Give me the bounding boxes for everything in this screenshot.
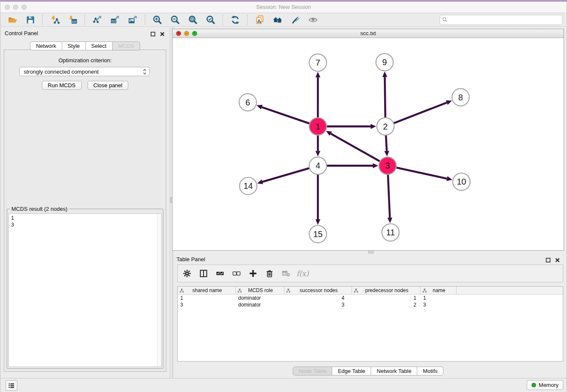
network-canvas[interactable]: 1234678910111415	[173, 38, 564, 250]
edge-1-6[interactable]	[256, 105, 310, 124]
table-header-row: shared nameMCDS rolesuccessor nodesprede…	[178, 287, 563, 295]
titlebar: Session: New Session	[0, 2, 567, 13]
run-mcds-button[interactable]: Run MCDS	[42, 81, 82, 90]
edge-1-2[interactable]	[326, 124, 376, 129]
tab-edge-table[interactable]: Edge Table	[332, 367, 371, 375]
column-header-name[interactable]: name	[421, 287, 457, 294]
open-file-button[interactable]	[4, 14, 22, 26]
graph-node-3[interactable]: 3	[379, 157, 396, 174]
zoom-out-button[interactable]	[166, 14, 184, 26]
edge-1-4[interactable]	[315, 135, 320, 156]
import-network-button[interactable]	[46, 14, 64, 26]
graph-node-7[interactable]: 7	[309, 54, 327, 71]
show-columns-button[interactable]	[198, 268, 209, 279]
edge-3-10[interactable]	[396, 168, 452, 181]
import-table-button[interactable]	[64, 14, 82, 26]
refresh-button[interactable]	[226, 14, 244, 26]
export-network-button[interactable]	[88, 14, 106, 26]
toolbar-separator	[145, 15, 146, 25]
cell: 4	[284, 295, 352, 301]
toggle-details-button[interactable]	[304, 14, 322, 26]
column-header-successor-nodes[interactable]: successor nodes	[284, 287, 352, 294]
edge-3-1[interactable]	[326, 131, 380, 161]
table-row[interactable]: 3dominator323	[178, 301, 563, 308]
float-panel-icon[interactable]	[151, 32, 155, 36]
graph-node-9[interactable]: 9	[376, 53, 393, 71]
graph-node-8[interactable]: 8	[452, 88, 469, 106]
column-header-mcds-role[interactable]: MCDS role	[236, 287, 284, 294]
mcds-result-textarea[interactable]: 13	[8, 213, 162, 367]
function-builder-button[interactable]: f(x)	[297, 268, 308, 279]
graph-node-6[interactable]: 6	[239, 94, 256, 111]
delete-column-button[interactable]	[264, 268, 275, 279]
edge-2-9[interactable]	[383, 72, 388, 118]
optimization-criterion-select[interactable]: strongly connected component	[19, 67, 150, 76]
selected-option: strongly connected component	[24, 69, 99, 75]
close-panel-button[interactable]: Close panel	[88, 81, 129, 90]
edge-2-3[interactable]	[384, 135, 389, 156]
graph-node-4[interactable]: 4	[309, 157, 327, 174]
tab-style[interactable]: Style	[62, 41, 86, 50]
edge-1-7[interactable]	[315, 72, 320, 118]
minimize-network-icon[interactable]	[184, 31, 189, 36]
control-panel-tabs: NetworkStyleSelectMCDS	[0, 41, 170, 50]
search-input[interactable]	[449, 16, 560, 24]
tab-motifs[interactable]: Motifs	[417, 367, 443, 375]
delete-table-button[interactable]	[281, 268, 291, 279]
maximize-network-icon[interactable]	[192, 31, 197, 36]
tab-node-table[interactable]: Node Table	[293, 367, 333, 375]
zoom-window-icon[interactable]	[22, 5, 27, 10]
memory-button[interactable]: Memory	[527, 380, 563, 390]
attribute-icon	[422, 288, 427, 293]
tab-mcds[interactable]: MCDS	[113, 41, 140, 50]
minimize-window-icon[interactable]	[13, 5, 18, 10]
table-settings-button[interactable]	[182, 268, 192, 279]
task-history-button[interactable]	[6, 380, 17, 391]
control-panel-controls	[151, 32, 165, 36]
graph-node-14[interactable]: 14	[239, 177, 257, 195]
close-network-icon[interactable]	[176, 31, 181, 36]
table-panel: Table Panel f(x) sh	[172, 253, 567, 378]
save-session-button[interactable]	[22, 14, 39, 26]
zoom-fit-button[interactable]	[184, 14, 202, 26]
export-table-icon	[110, 15, 120, 25]
mcds-result-group: MCDS result (2 nodes) 13	[7, 209, 163, 369]
table-row[interactable]: 1dominator411	[178, 295, 563, 301]
export-table-button[interactable]	[106, 14, 124, 26]
graph-node-1[interactable]: 1	[309, 118, 327, 135]
tab-network-table[interactable]: Network Table	[371, 367, 417, 375]
tab-network[interactable]: Network	[30, 41, 62, 50]
float-panel-icon[interactable]	[546, 258, 550, 262]
main-area: Control Panel NetworkStyleSelectMCDS Opt…	[0, 26, 567, 378]
graph-node-10[interactable]: 10	[453, 173, 470, 190]
close-panel-icon[interactable]	[555, 258, 560, 262]
cell: 3	[178, 302, 236, 308]
edge-4-15[interactable]	[315, 174, 320, 225]
select-stepper-icon	[143, 69, 147, 77]
first-neighbors-button[interactable]	[269, 14, 286, 26]
node-label: 8	[458, 93, 463, 102]
close-panel-icon[interactable]	[160, 32, 165, 36]
edge-3-11[interactable]	[388, 174, 393, 223]
control-panel-title: Control Panel	[5, 30, 38, 36]
graph-node-11[interactable]: 11	[382, 224, 399, 241]
zoom-in-button[interactable]	[149, 14, 166, 26]
close-window-icon[interactable]	[5, 5, 10, 10]
optimization-criterion-label: Optimization criterion:	[4, 57, 166, 63]
edge-4-14[interactable]	[257, 168, 310, 184]
select-all-columns-button[interactable]	[215, 268, 225, 279]
duplicate-network-button[interactable]	[251, 14, 269, 26]
zoom-selected-button[interactable]	[202, 14, 220, 26]
deselect-all-columns-button[interactable]	[231, 268, 242, 279]
result-scrollbar[interactable]	[157, 214, 161, 367]
tab-select[interactable]: Select	[86, 41, 113, 50]
edge-2-8[interactable]	[393, 100, 452, 124]
edge-4-3[interactable]	[326, 163, 378, 168]
graph-node-2[interactable]: 2	[377, 118, 394, 135]
column-header-predecessor-nodes[interactable]: predecessor nodes	[352, 287, 421, 294]
create-column-button[interactable]	[248, 268, 258, 279]
export-image-button[interactable]	[124, 14, 142, 26]
style-paint-button[interactable]	[286, 14, 304, 26]
column-header-shared-name[interactable]: shared name	[178, 287, 236, 294]
graph-node-15[interactable]: 15	[309, 226, 327, 243]
